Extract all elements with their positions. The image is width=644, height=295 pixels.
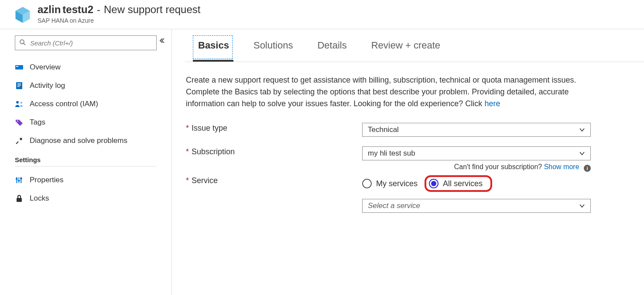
- subscription-label: * Subscription: [186, 146, 362, 156]
- sidebar-item-properties[interactable]: Properties: [0, 171, 171, 189]
- access-control-icon: [15, 100, 24, 108]
- service-label: * Service: [186, 175, 362, 185]
- page-header: azlintestu2 - New support request SAP HA…: [0, 0, 644, 29]
- sidebar-item-label: Tags: [30, 118, 45, 127]
- issue-type-label: * Issue type: [186, 123, 362, 133]
- issue-type-select[interactable]: Technical: [362, 123, 591, 137]
- svg-rect-10: [17, 86, 20, 87]
- svg-rect-7: [16, 82, 22, 89]
- divider: [15, 166, 157, 167]
- tab-details[interactable]: Details: [317, 40, 346, 62]
- collapse-sidebar-button[interactable]: [158, 37, 165, 46]
- service-select[interactable]: Select a service: [362, 199, 591, 213]
- search-icon: [19, 39, 26, 48]
- resource-name-prefix: azlin: [38, 3, 61, 16]
- annotation-highlight: All services: [425, 175, 492, 192]
- sidebar-item-diagnose[interactable]: Diagnose and solve problems: [0, 132, 171, 150]
- resource-name-suffix: testu2: [62, 3, 93, 16]
- svg-point-13: [17, 121, 18, 122]
- svg-rect-9: [17, 85, 21, 86]
- activity-log-icon: [15, 81, 24, 90]
- intro-text: Create a new support request to get assi…: [186, 74, 591, 110]
- svg-rect-17: [16, 178, 18, 180]
- tab-solutions[interactable]: Solutions: [253, 40, 293, 62]
- svg-rect-19: [20, 178, 22, 179]
- svg-rect-18: [18, 180, 20, 181]
- svg-point-11: [16, 101, 19, 104]
- svg-rect-5: [15, 65, 23, 69]
- required-marker: *: [186, 147, 189, 156]
- settings-heading: Settings: [0, 156, 171, 166]
- chevron-down-icon: [579, 127, 585, 133]
- sidebar-item-label: Properties: [30, 176, 63, 184]
- overview-icon: [15, 63, 24, 72]
- svg-rect-8: [17, 83, 21, 84]
- svg-rect-20: [17, 198, 22, 202]
- sidebar-item-locks[interactable]: Locks: [0, 189, 171, 208]
- tab-bar: Basics Solutions Details Review + create: [185, 29, 644, 62]
- show-more-link[interactable]: Show more: [544, 163, 579, 170]
- svg-rect-14: [16, 177, 17, 183]
- tab-basics[interactable]: Basics: [198, 40, 229, 62]
- sidebar-item-label: Diagnose and solve problems: [30, 136, 127, 145]
- locks-icon: [15, 194, 24, 203]
- sidebar-item-label: Activity log: [30, 81, 65, 90]
- svg-point-12: [21, 102, 22, 104]
- sidebar-item-tags[interactable]: Tags: [0, 113, 171, 132]
- sidebar-item-label: Overview: [30, 63, 61, 72]
- subscription-select[interactable]: my hli test sub: [362, 146, 591, 160]
- radio-my-services-label: My services: [376, 179, 418, 188]
- resource-type-label: SAP HANA on Azure: [38, 17, 200, 24]
- sidebar-item-label: Locks: [30, 194, 49, 203]
- old-experience-link[interactable]: here: [484, 99, 500, 108]
- chevron-down-icon: [579, 150, 585, 156]
- required-marker: *: [186, 176, 189, 185]
- tags-icon: [15, 118, 24, 127]
- svg-rect-6: [16, 66, 18, 67]
- diagnose-icon: [15, 136, 24, 145]
- required-marker: *: [186, 124, 189, 133]
- sidebar-item-overview[interactable]: Overview: [0, 58, 171, 76]
- resource-icon: [13, 5, 32, 24]
- svg-point-3: [20, 40, 24, 44]
- sidebar-item-activity-log[interactable]: Activity log: [0, 76, 171, 95]
- radio-all-services-label: All services: [443, 179, 483, 188]
- info-icon[interactable]: i: [584, 165, 591, 172]
- sidebar-item-access-control[interactable]: Access control (IAM): [0, 95, 171, 113]
- tab-review-create[interactable]: Review + create: [371, 40, 440, 62]
- search-input[interactable]: [15, 35, 157, 50]
- sidebar: Overview Activity log Access control (IA…: [0, 29, 172, 295]
- subscription-hint: Can't find your subscription? Show more …: [362, 163, 591, 172]
- properties-icon: [15, 176, 24, 184]
- svg-line-4: [24, 43, 25, 45]
- sidebar-item-label: Access control (IAM): [30, 100, 98, 108]
- chevron-down-icon: [579, 203, 585, 209]
- radio-my-services[interactable]: [362, 179, 372, 188]
- page-title: azlintestu2 - New support request: [38, 3, 200, 16]
- main-content: Basics Solutions Details Review + create…: [172, 29, 644, 295]
- radio-all-services[interactable]: [429, 179, 438, 188]
